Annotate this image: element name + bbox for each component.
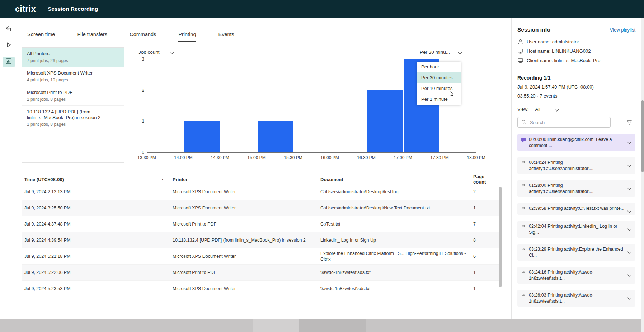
cell-time: Jul 9, 2024 2:12:13 PM — [22, 187, 170, 196]
session-info-value: User name: administrator — [527, 39, 579, 44]
column-header-time-label: Time (UTC+08:00) — [24, 177, 64, 182]
interval-dropdown[interactable]: Per 30 minu... — [420, 49, 461, 55]
printer-name: 10.118.132.4 [UPD:PDF] (from linlin_s_Ma… — [27, 109, 119, 120]
cell-page-count: 2 — [470, 187, 499, 196]
chevron-down-icon[interactable] — [627, 227, 631, 231]
cell-page-count: 8 — [470, 236, 499, 245]
x-axis-tick-label: 18:00 PM — [467, 155, 485, 160]
y-axis: 0123 — [135, 59, 144, 152]
sort-ascending-icon: ▲ — [161, 178, 164, 181]
event-item[interactable]: 00:14:24 Printing activity:C:\Users\admi… — [517, 157, 635, 174]
section-divider — [517, 69, 635, 69]
column-header-printer[interactable]: Printer — [170, 177, 318, 182]
flag-icon — [521, 206, 526, 212]
table-row[interactable]: Jul 9, 2024 5:22:06 PMMicrosoft Print to… — [22, 265, 499, 281]
event-item[interactable]: 03:26:03 Printing activity:\\awdc-1n8zw\… — [517, 290, 635, 307]
cell-page-count: 1 — [470, 203, 499, 213]
view-playlist-link[interactable]: View playlist — [610, 27, 635, 33]
chevron-down-icon[interactable] — [627, 295, 631, 299]
funnel-icon — [626, 119, 633, 125]
printer-list-item[interactable]: 10.118.132.4 [UPD:PDF] (from linlin_s_Ma… — [22, 106, 124, 131]
event-item[interactable]: 00:00:00 linlin.kuang@citrix.com: Leave … — [517, 134, 635, 151]
search-input[interactable] — [529, 119, 607, 125]
printer-job-detail: 1 print jobs, 8 pages — [27, 122, 119, 127]
window-scrollbar-thumb[interactable] — [641, 100, 644, 172]
interval-option[interactable]: Per hour — [417, 62, 461, 72]
playback-button[interactable] — [3, 40, 15, 51]
interval-option[interactable]: Per 1 minute — [417, 94, 461, 105]
search-icon — [521, 119, 527, 125]
chevron-down-icon[interactable] — [555, 107, 559, 111]
event-item[interactable]: 03:24:16 Printing activity:\\awdc-1n8zw\… — [517, 267, 635, 284]
event-text: 00:00:00 linlin.kuang@citrix.com: Leave … — [529, 137, 625, 148]
printer-list-item[interactable]: All Printers7 print jobs, 26 pages — [22, 48, 124, 67]
table-row[interactable]: Jul 9, 2024 4:39:54 PM10.118.132.4 [UPD:… — [22, 232, 499, 248]
window-scrollbar[interactable] — [641, 18, 644, 332]
chevron-down-icon[interactable] — [627, 186, 631, 190]
printer-list-item[interactable]: Microsoft Print to PDF2 print jobs, 8 pa… — [22, 86, 124, 106]
events-list: 00:00:00 linlin.kuang@citrix.com: Leave … — [517, 134, 635, 307]
session-info-field: Host name: LINLINKUANG002 — [517, 48, 635, 54]
tab-screen-time[interactable]: Screen time — [27, 32, 55, 42]
session-info-field: User name: administrator — [517, 39, 635, 45]
event-text: 00:14:24 Printing activity:C:\Users\admi… — [529, 160, 625, 171]
table-row[interactable]: Jul 9, 2024 5:23:53 PMMicrosoft XPS Docu… — [22, 281, 499, 297]
left-rail — [0, 18, 17, 319]
chevron-down-icon[interactable] — [627, 250, 631, 253]
filter-button[interactable] — [626, 119, 633, 125]
chart-bar — [367, 90, 403, 152]
printer-list-item[interactable]: Microsoft XPS Document Writer4 print job… — [22, 67, 124, 86]
session-info-fields: User name: administratorHost name: LINLI… — [517, 39, 635, 63]
chevron-down-icon[interactable] — [627, 163, 631, 167]
session-info-panel: Session info View playlist User name: ad… — [511, 18, 641, 319]
y-axis-tick-label: 2 — [135, 88, 144, 93]
y-axis-tick-label: 3 — [135, 57, 144, 62]
x-axis-tick-label: 16:00 PM — [320, 155, 339, 160]
chevron-down-icon[interactable] — [627, 209, 631, 213]
tab-file-transfers[interactable]: File transfers — [77, 32, 107, 42]
printer-job-detail: 7 print jobs, 26 pages — [27, 58, 119, 63]
printer-filter-list: All Printers7 print jobs, 26 pagesMicros… — [22, 47, 124, 163]
x-axis-tick-label: 15:30 PM — [284, 155, 302, 160]
tab-printing[interactable]: Printing — [178, 32, 196, 42]
interval-option[interactable]: Per 30 minutes — [417, 72, 461, 83]
column-header-time[interactable]: Time (UTC+08:00) ▲ — [22, 177, 170, 182]
cell-page-count: 1 — [470, 268, 499, 277]
cell-printer: Microsoft XPS Document Writer — [170, 203, 318, 213]
chart-bar — [184, 121, 220, 152]
cell-document: \\awdc-1n8zw\test\sds.txt — [318, 284, 470, 293]
tab-commands[interactable]: Commands — [130, 32, 156, 42]
table-row[interactable]: Jul 9, 2024 3:25:50 PMMicrosoft XPS Docu… — [22, 200, 499, 216]
interval-option[interactable]: Per 10 minutes — [417, 83, 461, 94]
column-header-page-count[interactable]: Page count — [470, 174, 499, 185]
tab-events[interactable]: Events — [218, 32, 234, 42]
event-item[interactable]: 02:42:04 Printing activity:LinkedIn_ Log… — [517, 221, 635, 238]
cell-time: Jul 9, 2024 5:21:18 PM — [22, 252, 170, 261]
cell-document: C:\Users\administrator\Desktop\test.log — [318, 187, 470, 196]
table-row[interactable]: Jul 9, 2024 4:37:48 PMMicrosoft Print to… — [22, 216, 499, 232]
event-text: 02:39:58 Printing activity:C:\Test.txt w… — [529, 205, 625, 212]
chevron-down-icon[interactable] — [627, 272, 631, 276]
printer-name: All Printers — [27, 51, 119, 57]
table-row[interactable]: Jul 9, 2024 2:12:13 PMMicrosoft XPS Docu… — [22, 184, 499, 200]
metric-dropdown[interactable]: Job count — [138, 49, 173, 55]
table-row[interactable]: Jul 9, 2024 5:21:18 PMMicrosoft XPS Docu… — [22, 248, 499, 265]
statistics-button[interactable] — [3, 57, 15, 67]
table-scrollbar-thumb[interactable] — [499, 187, 502, 287]
chevron-down-icon[interactable] — [627, 140, 631, 144]
column-header-document[interactable]: Document — [318, 177, 470, 182]
back-button[interactable] — [3, 24, 15, 34]
view-filter-value[interactable]: All — [535, 106, 540, 112]
column-header-page-count-label: Page count — [473, 174, 496, 185]
flag-icon — [521, 247, 526, 252]
metric-dropdown-label: Job count — [138, 49, 160, 55]
table-header: Time (UTC+08:00) ▲ Printer Document Page… — [22, 174, 499, 184]
cell-document: LinkedIn_ Log In or Sign Up — [318, 236, 470, 245]
cell-page-count: 1 — [470, 284, 499, 293]
host-icon — [517, 48, 523, 54]
event-view-filter: View: All — [517, 106, 635, 112]
comment-icon — [521, 137, 526, 143]
event-item[interactable]: 02:39:58 Printing activity:C:\Test.txt w… — [517, 203, 635, 215]
event-item[interactable]: 03:23:29 Printing activity:Explore the E… — [517, 244, 635, 261]
event-item[interactable]: 01:28:00 Printing activity:C:\Users\admi… — [517, 180, 635, 197]
